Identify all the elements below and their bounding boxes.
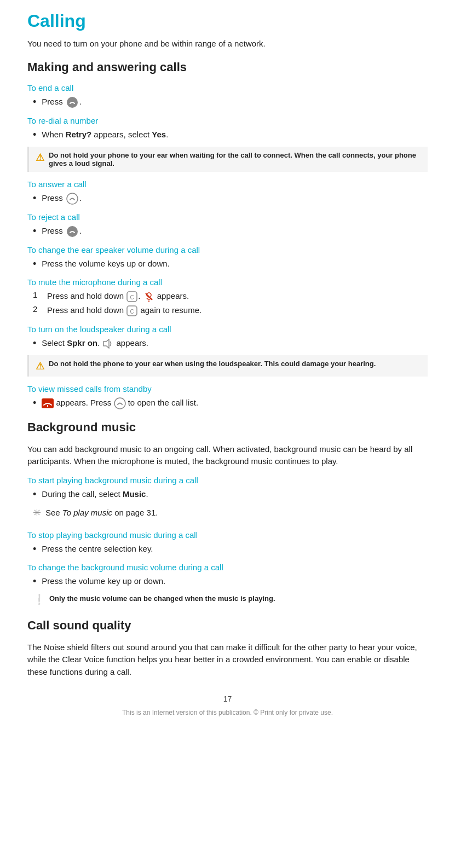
section3-text: The Noise shield filters out sound aroun… [27,641,428,679]
bullet-dot: • [33,544,36,554]
list-item: • Press . [33,192,428,205]
item-text: appears. Press to open the call list. [42,397,198,409]
section3-heading: Call sound quality [27,618,428,633]
note-text: Only the music volume can be changed whe… [49,593,275,604]
bullet-dot: • [33,338,36,348]
subsection-start-music: To start playing background music during… [27,476,428,485]
tip-icon: ✳ [33,507,41,519]
answer-call-icon [66,193,78,205]
end-call-icon [66,96,78,108]
tip-text: See To play music on page 31. [45,507,158,519]
warning-icon-2: ⚠ [36,360,44,372]
bullet-dot: • [33,398,36,408]
warning-icon: ⚠ [36,152,44,164]
reject-call-icon [66,225,78,238]
list-item: • When Retry? appears, select Yes. [33,129,428,141]
subsection-redial: To re-dial a number [27,116,428,125]
warning-box-1: ⚠ Do not hold your phone to your ear whe… [27,147,428,172]
intro-text: You need to turn on your phone and be wi… [27,39,428,48]
speaker-icon [102,339,114,349]
list-item: • Select Spkr on. appears. [33,337,428,350]
list-item: • Press . [33,225,428,238]
item-text: Press the volume key up or down. [42,575,165,588]
mute-indicator-icon [143,291,155,303]
bullet-dot: • [33,226,36,236]
missed-call-icon [42,398,54,408]
number-label: 2 [33,304,43,314]
subsection-change-music-volume: To change the background music volume du… [27,563,428,572]
bullet-dot: • [33,576,36,586]
item-text: When Retry? appears, select Yes. [42,129,168,141]
resume-key-icon: C [126,305,138,317]
tip-box-1: ✳ See To play music on page 31. [27,504,428,523]
section2-heading: Background music [27,420,428,435]
list-item: • Press . [33,96,428,108]
warning-box-2: ⚠ Do not hold the phone to your ear when… [27,355,428,377]
page-number: 17 [27,695,428,703]
note-box-1: ❕ Only the music volume can be changed w… [27,591,428,607]
list-item: • Press the centre selection key. [33,543,428,555]
list-item: • appears. Press to open the call list. [33,397,428,409]
item-text: Press the centre selection key. [42,543,153,555]
item-text: Select Spkr on. appears. [42,337,148,350]
open-call-list-icon [114,397,126,409]
bullet-dot: • [33,97,36,107]
subsection-loudspeaker: To turn on the loudspeaker during a call [27,325,428,334]
list-item: • Press the volume key up or down. [33,575,428,588]
svg-text:C: C [130,309,134,315]
list-item: • Press the volume keys up or down. [33,258,428,270]
bullet-dot: • [33,193,36,203]
subsection-mute: To mute the microphone during a call [27,277,428,287]
mute-key-icon: C [126,291,138,303]
section1-heading: Making and answering calls [27,60,428,74]
section2-intro: You can add background music to an ongoi… [27,443,428,468]
subsection-missed-calls: To view missed calls from standby [27,384,428,394]
item-text: Press . [42,225,82,238]
svg-marker-10 [103,339,109,348]
number-label: 1 [33,290,43,299]
subsection-answer-call: To answer a call [27,180,428,189]
note-icon: ❕ [33,593,45,605]
bullet-dot: • [33,130,36,140]
numbered-item-1: 1 Press and hold down C . appears. [33,290,428,303]
footer-copyright: This is an Internet version of this publ… [27,709,428,716]
page-title: Calling [27,11,428,31]
item-text: Press the volume keys up or down. [42,258,169,270]
bullet-dot: • [33,489,36,499]
item-text: Press . [42,96,82,108]
subsection-volume: To change the ear speaker volume during … [27,245,428,254]
item-text: Press . [42,192,82,205]
subsection-end-call: To end a call [27,83,428,92]
svg-text:C: C [130,294,134,300]
subsection-stop-music: To stop playing background music during … [27,530,428,540]
warning-text-2: Do not hold the phone to your ear when u… [49,360,376,368]
bullet-dot: • [33,259,36,269]
numbered-item-2: 2 Press and hold down C again to resume. [33,304,428,317]
item-text: Press and hold down C . appears. [47,290,189,303]
subsection-reject-call: To reject a call [27,212,428,222]
item-text: During the call, select Music. [42,488,148,501]
list-item: • During the call, select Music. [33,488,428,501]
warning-text-1: Do not hold your phone to your ear when … [49,151,421,167]
item-text: Press and hold down C again to resume. [47,304,201,317]
